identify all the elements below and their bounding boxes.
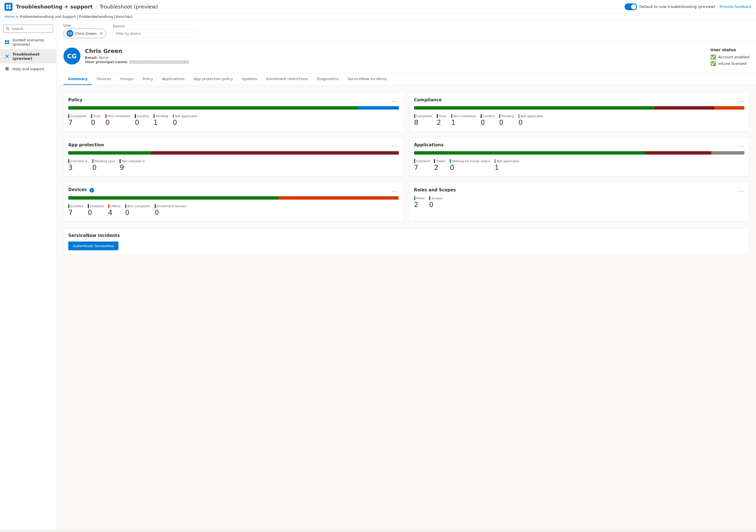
tab-devices[interactable]: Devices xyxy=(92,73,116,85)
tab-policy[interactable]: Policy xyxy=(138,73,157,85)
svg-rect-6 xyxy=(5,42,7,44)
stat-value: 1 xyxy=(153,119,168,126)
app-protection-card: App protection ... Checked in 3 Pending … xyxy=(64,137,404,176)
stat-value: 0 xyxy=(429,201,443,209)
stat-non-compliant: Non compliant 1 xyxy=(451,114,476,126)
compliance-card-menu[interactable]: ... xyxy=(738,97,744,103)
help-icon xyxy=(5,66,10,71)
color-indicator xyxy=(429,196,430,200)
user-chip: CG Chris Green ✕ xyxy=(64,29,106,38)
stat-value: 0 xyxy=(155,209,186,217)
color-indicator xyxy=(414,196,415,200)
stat-value: 0 xyxy=(125,209,150,217)
app-protection-stats: Checked in 3 Pending sync 0 Not checked … xyxy=(68,159,399,172)
roles-scopes-card: Roles and Scopes ... Roles 2 Scopes 0 xyxy=(409,182,749,222)
info-icon[interactable]: i xyxy=(90,188,94,193)
stat-value: 0 xyxy=(450,164,490,172)
applications-bar-installed xyxy=(414,151,646,155)
devices-bar xyxy=(68,196,399,200)
preview-toggle[interactable] xyxy=(625,3,637,10)
user-name: Chris Green xyxy=(85,47,189,54)
sidebar: Guided scenarios (preview) Troubleshoot … xyxy=(0,20,57,529)
breadcrumb-current: Problembehandlung und Support | Problemb… xyxy=(19,15,133,19)
status-account-enabled: ✅ Account enabled xyxy=(711,54,749,60)
sidebar-item-guided[interactable]: Guided scenarios (preview) xyxy=(0,35,56,49)
stat-value: 2 xyxy=(434,164,445,172)
page-subtitle: Troubleshoot (preview) xyxy=(100,4,158,10)
troubleshoot-icon xyxy=(5,54,10,59)
stat-value: 0 xyxy=(499,119,514,126)
applications-menu[interactable]: ... xyxy=(738,142,744,148)
user-info: Chris Green Email: None User principal n… xyxy=(85,47,189,64)
tab-summary[interactable]: Summary xyxy=(64,73,92,85)
dashboard: Policy ... Compliant 7 Error 0 xyxy=(57,85,756,228)
sidebar-item-help[interactable]: Help and support xyxy=(0,64,56,74)
stat-scopes: Scopes 0 xyxy=(429,196,443,209)
filter-bar: User CG Chris Green ✕ Device xyxy=(57,20,756,42)
app-protection-header: App protection ... xyxy=(68,142,399,148)
compliance-card: Compliance ... Compliant 8 Error 2 xyxy=(409,92,749,131)
color-indicator xyxy=(68,159,69,163)
tab-updates[interactable]: Updates xyxy=(237,73,262,85)
stat-roles: Roles 2 xyxy=(414,196,425,209)
sidebar-item-label: Troubleshoot (preview) xyxy=(13,52,52,61)
color-indicator xyxy=(495,159,496,163)
policy-stats: Compliant 7 Error 0 Non compliant 0 Conf… xyxy=(68,114,399,126)
stat-non-compliant: Non compliant 0 xyxy=(105,114,130,126)
stat-value: 1 xyxy=(495,164,519,172)
servicenow-title: ServiceNow incidents xyxy=(68,233,744,238)
compliance-bar xyxy=(414,106,745,110)
compliance-card-title: Compliance xyxy=(414,97,442,102)
breadcrumb-sep: > xyxy=(15,15,19,19)
devices-menu[interactable]: ... xyxy=(392,187,398,193)
stat-compliant: Compliant 8 xyxy=(414,114,432,126)
color-indicator xyxy=(437,114,438,118)
sidebar-item-troubleshoot[interactable]: Troubleshoot (preview) xyxy=(0,49,56,64)
devices-stats: Enrolled 7 Disabled 0 Offline 4 Non comp… xyxy=(68,204,399,217)
stat-value: 0 xyxy=(173,119,198,126)
search-input[interactable] xyxy=(3,25,53,33)
avatar: CG xyxy=(67,30,73,37)
app-protection-bar-checked xyxy=(68,151,151,155)
app-protection-menu[interactable]: ... xyxy=(392,142,398,148)
feedback-link[interactable]: Provide feedback xyxy=(720,5,751,9)
user-chip-close[interactable]: ✕ xyxy=(100,31,103,36)
stat-value: 7 xyxy=(68,209,83,217)
applications-bar-failed xyxy=(645,151,711,155)
user-status-title: User status xyxy=(711,47,749,52)
breadcrumb-home[interactable]: Home xyxy=(5,15,14,19)
tab-app-protection[interactable]: App protection policy xyxy=(189,73,237,85)
policy-bar-compliant xyxy=(68,106,358,110)
color-indicator xyxy=(125,204,126,208)
stat-value: 7 xyxy=(68,119,86,126)
svg-rect-2 xyxy=(6,7,8,9)
check-icon: ✅ xyxy=(711,54,716,60)
tab-diagnostics[interactable]: Diagnostics xyxy=(313,73,343,85)
tab-servicenow[interactable]: ServiceNow incidents xyxy=(343,73,392,85)
color-indicator xyxy=(155,204,156,208)
tab-applications[interactable]: Applications xyxy=(157,73,189,85)
color-indicator xyxy=(481,114,482,118)
status-label: Intune licensed xyxy=(718,62,746,66)
color-indicator xyxy=(153,114,155,118)
servicenow-section: ServiceNow incidents Authenticate Servic… xyxy=(64,228,749,255)
devices-header: Devices i ... xyxy=(68,187,399,193)
stat-value: 0 xyxy=(518,119,543,126)
tab-enrollment[interactable]: Enrollment restrictions xyxy=(262,73,313,85)
device-filter-input[interactable] xyxy=(113,29,198,38)
svg-rect-0 xyxy=(6,5,8,7)
toggle-area: Default to new troubleshooting (preview) xyxy=(625,3,715,10)
tab-groups[interactable]: Groups xyxy=(116,73,138,85)
stat-checked-in: Checked in 3 xyxy=(68,159,88,172)
stat-value: 3 xyxy=(68,164,88,172)
toggle-knob xyxy=(631,4,636,9)
svg-point-11 xyxy=(6,68,8,70)
user-status-panel: User status ✅ Account enabled ✅ Intune l… xyxy=(711,47,749,67)
stat-value: 9 xyxy=(120,164,145,172)
app-protection-title: App protection xyxy=(68,143,104,147)
roles-scopes-stats: Roles 2 Scopes 0 xyxy=(414,196,745,209)
policy-card-menu[interactable]: ... xyxy=(392,97,398,103)
roles-scopes-menu[interactable]: ... xyxy=(738,187,744,193)
device-filter-label: Device xyxy=(113,24,198,28)
authenticate-servicenow-button[interactable]: Authenticate ServiceNow xyxy=(68,242,119,250)
